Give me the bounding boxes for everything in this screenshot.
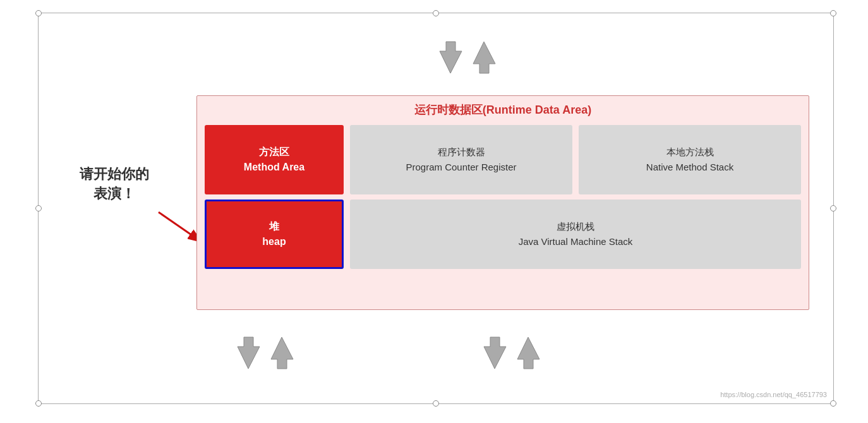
native-method-box: 本地方法栈 Native Method Stack <box>579 125 801 194</box>
bottom-left-down-arrow <box>234 334 263 372</box>
native-method-en: Native Method Stack <box>646 160 733 175</box>
handle-ml[interactable] <box>35 205 42 212</box>
inner-grid: 方法区 Method Area 程序计数器 Program Counter Re… <box>197 125 809 277</box>
svg-marker-7 <box>517 337 539 369</box>
handle-mr[interactable] <box>830 205 836 212</box>
method-area-en: Method Area <box>244 160 304 175</box>
top-down-arrow <box>437 39 465 76</box>
outer-frame: 请开始你的 表演！ 运行时数据区(Runtime Data Area) <box>38 13 834 404</box>
bottom-right-up-arrow <box>514 334 543 372</box>
program-counter-zh: 程序计数器 <box>438 145 485 160</box>
jvm-stack-box: 虚拟机栈 Java Virtual Machine Stack <box>350 200 801 269</box>
handle-bl[interactable] <box>35 400 42 407</box>
method-area-zh: 方法区 <box>259 145 289 160</box>
svg-marker-5 <box>271 337 293 369</box>
runtime-area-title: 运行时数据区(Runtime Data Area) <box>197 96 809 125</box>
method-area-box: 方法区 Method Area <box>205 125 344 194</box>
handle-tr[interactable] <box>830 10 836 16</box>
heap-en: heap <box>262 234 286 249</box>
heap-box: 堆 heap <box>205 200 344 269</box>
top-row: 方法区 Method Area 程序计数器 Program Counter Re… <box>205 125 801 194</box>
bottom-right-arrows <box>481 334 543 372</box>
bottom-row: 堆 heap 虚拟机栈 Java Virtual Machine Stack <box>205 200 801 269</box>
bottom-left-up-arrow <box>268 334 296 372</box>
program-counter-en: Program Counter Register <box>406 160 516 175</box>
svg-marker-3 <box>473 42 495 73</box>
svg-marker-6 <box>484 337 506 369</box>
svg-marker-4 <box>238 337 260 369</box>
top-arrows <box>437 39 498 76</box>
bottom-left-arrows <box>234 334 296 372</box>
svg-line-1 <box>159 212 200 241</box>
jvm-stack-en: Java Virtual Machine Stack <box>519 234 633 249</box>
program-counter-box: 程序计数器 Program Counter Register <box>350 125 572 194</box>
url-watermark: https://blog.csdn.net/qq_46517793 <box>720 391 827 398</box>
top-up-arrow <box>470 39 498 76</box>
handle-tc[interactable] <box>433 10 439 16</box>
handle-bc[interactable] <box>433 400 439 407</box>
native-method-zh: 本地方法栈 <box>666 145 714 160</box>
handle-tl[interactable] <box>35 10 42 16</box>
jvm-stack-zh: 虚拟机栈 <box>557 219 594 234</box>
svg-marker-2 <box>440 42 462 73</box>
annotation-text: 请开始你的 表演！ <box>80 165 149 204</box>
heap-zh: 堆 <box>269 219 279 234</box>
bottom-right-down-arrow <box>481 334 509 372</box>
handle-br[interactable] <box>830 400 836 407</box>
runtime-area: 运行时数据区(Runtime Data Area) 方法区 Method Are… <box>196 95 809 310</box>
